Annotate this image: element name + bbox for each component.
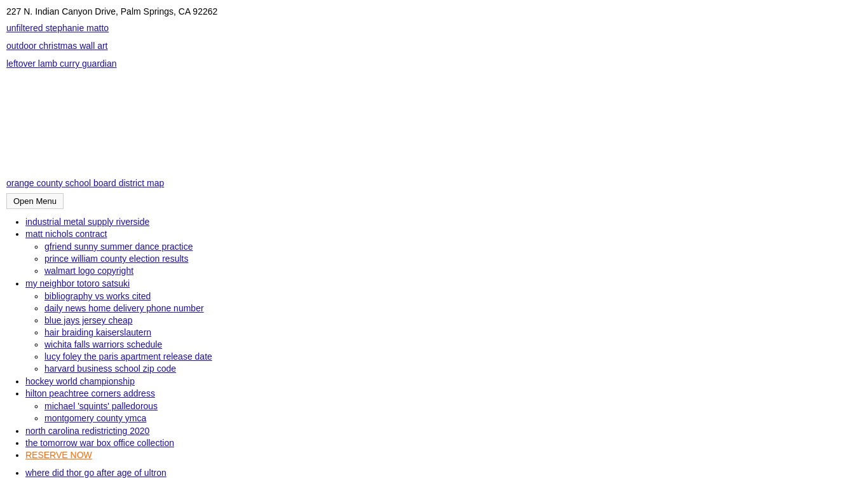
link-gfriend-sunny[interactable]: gfriend sunny summer dance practice (44, 241, 193, 252)
open-menu-button[interactable]: Open Menu (6, 193, 64, 209)
link-daily-news[interactable]: daily news home delivery phone number (44, 303, 204, 313)
list-item: RESERVE NOW (25, 450, 862, 460)
main-menu-list: industrial metal supply riverside matt n… (6, 217, 862, 460)
list-item: michael 'squints' palledorous (44, 401, 862, 411)
link-blue-jays[interactable]: blue jays jersey cheap (44, 315, 133, 325)
list-item: montgomery county ymca (44, 413, 862, 423)
nav-link-area: orange county school board district map (6, 178, 862, 188)
link-unfiltered-stephanie-matto[interactable]: unfiltered stephanie matto (6, 23, 862, 33)
sub-menu-list: bibliography vs works cited daily news h… (25, 291, 862, 374)
list-item: hilton peachtree corners address michael… (25, 388, 862, 423)
list-item: hair braiding kaiserslautern (44, 327, 862, 337)
list-item: lucy foley the paris apartment release d… (44, 351, 862, 362)
list-item: gfriend sunny summer dance practice (44, 241, 862, 252)
link-outdoor-christmas[interactable]: outdoor christmas wall art (6, 41, 862, 51)
link-michael-squints[interactable]: michael 'squints' palledorous (44, 401, 158, 411)
link-tomorrow-war[interactable]: the tomorrow war box office collection (25, 438, 174, 448)
link-matt-nichols[interactable]: matt nichols contract (25, 229, 107, 239)
link-leftover-lamb-curry[interactable]: leftover lamb curry guardian (6, 58, 862, 69)
sub-menu-list: michael 'squints' palledorous montgomery… (25, 401, 862, 423)
link-hair-braiding[interactable]: hair braiding kaiserslautern (44, 327, 151, 337)
link-prince-william[interactable]: prince william county election results (44, 254, 188, 264)
top-links-section: unfiltered stephanie matto outdoor chris… (6, 23, 862, 69)
link-north-carolina-redistricting[interactable]: north carolina redistricting 2020 (25, 426, 149, 436)
list-item: the tomorrow war box office collection (25, 438, 862, 448)
list-item: prince william county election results (44, 254, 862, 264)
link-walmart-logo[interactable]: walmart logo copyright (44, 266, 133, 276)
link-industrial-metal[interactable]: industrial metal supply riverside (25, 217, 149, 227)
link-where-did-thor[interactable]: where did thor go after age of ultron (25, 468, 166, 478)
link-harvard-business[interactable]: harvard business school zip code (44, 363, 176, 374)
list-item: matt nichols contract gfriend sunny summ… (25, 229, 862, 276)
link-bibliography[interactable]: bibliography vs works cited (44, 291, 151, 301)
list-item: industrial metal supply riverside (25, 217, 862, 227)
link-hockey-world[interactable]: hockey world championship (25, 376, 135, 386)
link-wichita-falls[interactable]: wichita falls warriors schedule (44, 339, 162, 349)
link-reserve-now[interactable]: RESERVE NOW (25, 450, 92, 460)
link-totoro-satsuki[interactable]: my neighbor totoro satsuki (25, 278, 130, 288)
list-item: hockey world championship (25, 376, 862, 386)
list-item: daily news home delivery phone number (44, 303, 862, 313)
link-hilton-peachtree[interactable]: hilton peachtree corners address (25, 388, 155, 398)
list-item: harvard business school zip code (44, 363, 862, 374)
list-item: blue jays jersey cheap (44, 315, 862, 325)
link-orange-county-school[interactable]: orange county school board district map (6, 178, 164, 188)
sub-menu-list: gfriend sunny summer dance practice prin… (25, 241, 862, 276)
address: 227 N. Indian Canyon Drive, Palm Springs… (6, 6, 862, 17)
list-item: where did thor go after age of ultron (25, 468, 862, 478)
list-item: north carolina redistricting 2020 (25, 426, 862, 436)
list-item: bibliography vs works cited (44, 291, 862, 301)
list-item: walmart logo copyright (44, 266, 862, 276)
bottom-links-list: where did thor go after age of ultron (6, 468, 862, 478)
empty-space (6, 76, 862, 178)
list-item: wichita falls warriors schedule (44, 339, 862, 349)
link-lucy-foley[interactable]: lucy foley the paris apartment release d… (44, 351, 212, 362)
list-item: my neighbor totoro satsuki bibliography … (25, 278, 862, 374)
link-montgomery-county[interactable]: montgomery county ymca (44, 413, 146, 423)
